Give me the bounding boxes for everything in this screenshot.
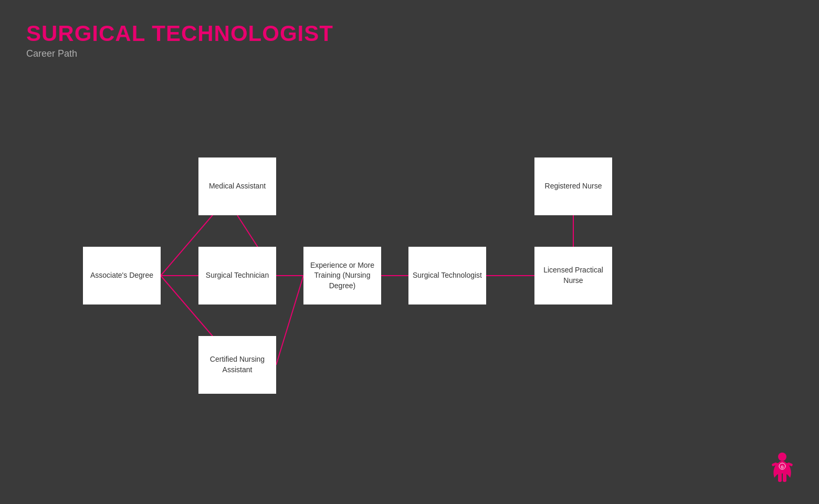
svg-line-4 bbox=[276, 276, 303, 365]
node-licensed-practical-nurse: Licensed Practical Nurse bbox=[534, 247, 612, 304]
node-certified-nursing-assistant: Certified Nursing Assistant bbox=[198, 336, 276, 394]
node-surgical-technician: Surgical Technician bbox=[198, 247, 276, 304]
career-path-diagram: Associate's Degree Medical Assistant Sur… bbox=[0, 74, 819, 441]
svg-text:G: G bbox=[781, 465, 784, 469]
page-title: SURGICAL TECHNOLOGIST bbox=[26, 21, 333, 46]
node-associates-degree: Associate's Degree bbox=[83, 247, 161, 304]
node-experience: Experience or More Training (Nursing Deg… bbox=[303, 247, 381, 304]
svg-rect-11 bbox=[778, 472, 782, 482]
svg-point-9 bbox=[778, 453, 786, 461]
svg-rect-12 bbox=[783, 472, 786, 482]
node-surgical-technologist: Surgical Technologist bbox=[408, 247, 486, 304]
page-subtitle: Career Path bbox=[26, 48, 333, 59]
node-registered-nurse: Registered Nurse bbox=[534, 158, 612, 215]
header: SURGICAL TECHNOLOGIST Career Path bbox=[26, 21, 333, 59]
node-medical-assistant: Medical Assistant bbox=[198, 158, 276, 215]
logo: G bbox=[766, 452, 798, 488]
